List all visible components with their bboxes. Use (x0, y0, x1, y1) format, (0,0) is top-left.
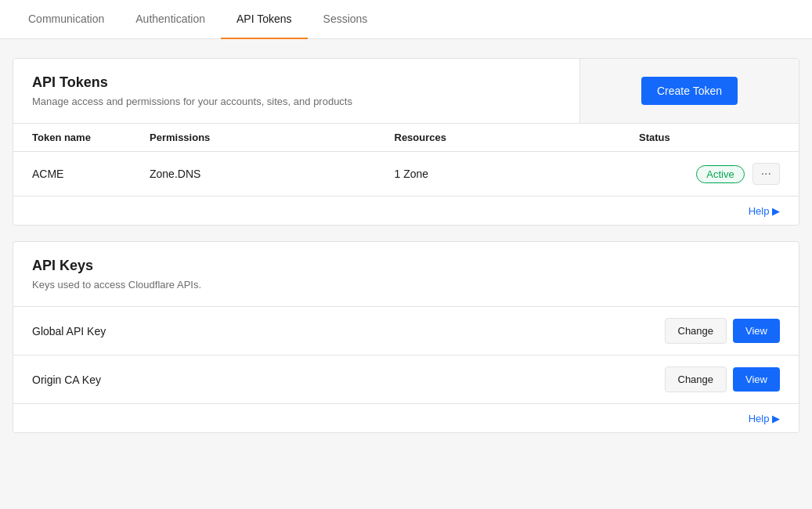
tokens-help-row: Help ▶ (13, 197, 799, 225)
help-arrow-icon: ▶ (772, 205, 780, 217)
status-actions-cell: Active ··· (639, 163, 780, 185)
global-api-key-view-button[interactable]: View (733, 319, 780, 343)
api-keys-card: API Keys Keys used to access Cloudflare … (13, 241, 799, 433)
api-tokens-action-area: Create Token (579, 59, 799, 123)
api-keys-help-link[interactable]: Help ▶ (749, 413, 780, 424)
table-row: ACME Zone.DNS 1 Zone Active ··· (13, 152, 799, 197)
main-content: API Tokens Manage access and permissions… (0, 39, 812, 452)
global-api-key-label: Global API Key (32, 325, 106, 338)
origin-ca-key-label: Origin CA Key (32, 374, 101, 386)
api-tokens-card: API Tokens Manage access and permissions… (13, 58, 799, 226)
col-permissions: Permissions (150, 132, 395, 143)
api-keys-header: API Keys Keys used to access Cloudflare … (13, 242, 799, 307)
global-api-key-change-button[interactable]: Change (665, 318, 727, 344)
status-badge: Active (696, 165, 744, 183)
global-api-key-actions: Change View (665, 318, 781, 344)
global-api-key-row: Global API Key Change View (13, 307, 799, 356)
token-name-cell: ACME (32, 168, 150, 180)
tab-authentication[interactable]: Authentication (120, 0, 221, 39)
col-status: Status (639, 132, 780, 143)
help-arrow-icon-2: ▶ (772, 413, 780, 424)
tab-communication[interactable]: Communication (13, 0, 120, 39)
api-tokens-description: Manage access and permissions for your a… (32, 96, 561, 107)
tab-api-tokens[interactable]: API Tokens (221, 0, 308, 39)
resources-cell: 1 Zone (395, 168, 640, 180)
api-tokens-info: API Tokens Manage access and permissions… (13, 59, 579, 123)
tokens-help-link[interactable]: Help ▶ (749, 205, 780, 217)
col-token-name: Token name (32, 132, 150, 143)
create-token-button[interactable]: Create Token (641, 77, 738, 105)
token-more-options-button[interactable]: ··· (752, 163, 780, 185)
api-keys-title: API Keys (32, 258, 780, 274)
api-keys-help-row: Help ▶ (13, 404, 799, 432)
permissions-cell: Zone.DNS (150, 168, 395, 180)
api-tokens-card-header: API Tokens Manage access and permissions… (13, 59, 799, 124)
tab-navigation: Communication Authentication API Tokens … (0, 0, 812, 39)
origin-ca-key-row: Origin CA Key Change View (13, 356, 799, 404)
origin-ca-key-view-button[interactable]: View (733, 367, 780, 392)
origin-ca-key-change-button[interactable]: Change (665, 366, 727, 392)
tab-sessions[interactable]: Sessions (308, 0, 384, 39)
tokens-table-header: Token name Permissions Resources Status (13, 124, 799, 152)
api-keys-description: Keys used to access Cloudflare APIs. (32, 279, 780, 291)
origin-ca-key-actions: Change View (665, 366, 781, 392)
api-tokens-title: API Tokens (32, 74, 561, 91)
col-resources: Resources (395, 132, 640, 143)
